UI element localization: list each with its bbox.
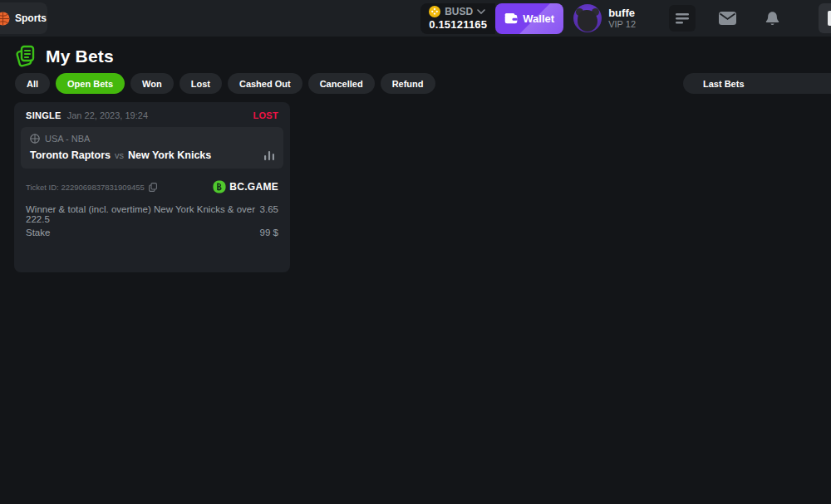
bet-status-badge: LOST — [253, 110, 278, 120]
coin-icon — [429, 6, 440, 17]
filter-cancelled[interactable]: Cancelled — [308, 73, 375, 94]
filter-refund[interactable]: Refund — [381, 73, 435, 94]
bell-icon — [765, 11, 779, 26]
list-icon — [676, 13, 689, 24]
sort-select-label: Last Bets — [703, 79, 745, 89]
sports-tab-label: Sports — [15, 12, 47, 24]
topbar-right-cluster: BUSD 0.15121165 Wallet — [420, 0, 831, 37]
stats-bars-icon[interactable] — [264, 151, 274, 160]
away-team: New York Knicks — [128, 149, 211, 161]
league-row: USA - NBA — [30, 134, 274, 144]
league-label: USA - NBA — [45, 134, 90, 144]
my-bets-icon — [15, 45, 37, 67]
ticket-row: Ticket ID: 2229069837831909455 BC.GAME — [14, 169, 290, 193]
bet-selection-label: Winner & total (incl. overtime) New York… — [26, 204, 260, 224]
username: buffe — [608, 7, 636, 19]
avatar-art — [578, 10, 597, 32]
page-header: My Bets — [15, 45, 114, 67]
filter-lost[interactable]: Lost — [179, 73, 222, 94]
stake-value: 99 $ — [260, 228, 278, 237]
envelope-icon — [719, 12, 736, 25]
topbar-iconbar — [669, 3, 831, 33]
topbar: Sports BUSD 0.15121165 — [0, 0, 831, 37]
wallet-button[interactable]: Wallet — [495, 3, 563, 34]
bet-list-button[interactable] — [669, 5, 696, 32]
currency-code: BUSD — [445, 6, 473, 17]
sort-select[interactable]: Last Bets — [683, 73, 831, 94]
ticket-id: Ticket ID: 2229069837831909455 — [26, 183, 145, 192]
brand-logo: BC.GAME — [213, 180, 278, 193]
match-panel[interactable]: USA - NBA Toronto Raptors vs New York Kn… — [21, 127, 283, 169]
bet-selection-row: Winner & total (incl. overtime) New York… — [26, 204, 278, 224]
filter-all[interactable]: All — [15, 73, 50, 94]
currency-selector[interactable]: BUSD 0.15121165 — [420, 3, 495, 34]
bet-card: SINGLE Jan 22, 2023, 19:24 LOST USA - NB… — [14, 102, 290, 272]
vs-label: vs — [115, 150, 124, 160]
brand-name: BC.GAME — [229, 181, 278, 193]
bet-type: SINGLE — [26, 110, 61, 120]
bet-filters: All Open Bets Won Lost Cashed Out Cancel… — [15, 73, 435, 94]
sports-tab[interactable]: Sports — [0, 2, 47, 34]
vip-level: VIP 12 — [608, 19, 636, 30]
filter-cashed-out[interactable]: Cashed Out — [228, 73, 302, 94]
bet-stake-row: Stake 99 $ — [26, 228, 278, 237]
filter-open-bets[interactable]: Open Bets — [56, 73, 125, 94]
bet-rows: Winner & total (incl. overtime) New York… — [14, 193, 290, 237]
copy-icon[interactable] — [149, 183, 157, 192]
sport-icon — [30, 134, 40, 144]
bet-card-header: SINGLE Jan 22, 2023, 19:24 LOST — [14, 102, 290, 127]
avatar[interactable] — [573, 4, 602, 32]
notifications-button[interactable] — [759, 5, 785, 32]
page-title: My Bets — [46, 46, 114, 66]
bet-odds-value: 3.65 — [260, 204, 278, 214]
user-menu[interactable]: buffe VIP 12 — [608, 7, 636, 30]
chat-panel-toggle[interactable] — [819, 3, 831, 33]
home-team: Toronto Raptors — [30, 149, 111, 161]
currency-balance: 0.15121165 — [429, 18, 487, 31]
chevron-down-icon — [477, 9, 485, 14]
filter-won[interactable]: Won — [130, 73, 174, 94]
wallet-icon — [504, 13, 518, 24]
wallet-button-label: Wallet — [523, 12, 554, 25]
inbox-button[interactable] — [714, 5, 740, 32]
currency-wallet-group: BUSD 0.15121165 Wallet — [420, 3, 563, 34]
basketball-icon — [0, 12, 10, 26]
stake-label: Stake — [26, 228, 50, 237]
bet-date: Jan 22, 2023, 19:24 — [67, 110, 148, 120]
bcgame-icon — [213, 180, 226, 193]
teams-row: Toronto Raptors vs New York Knicks — [30, 149, 274, 161]
